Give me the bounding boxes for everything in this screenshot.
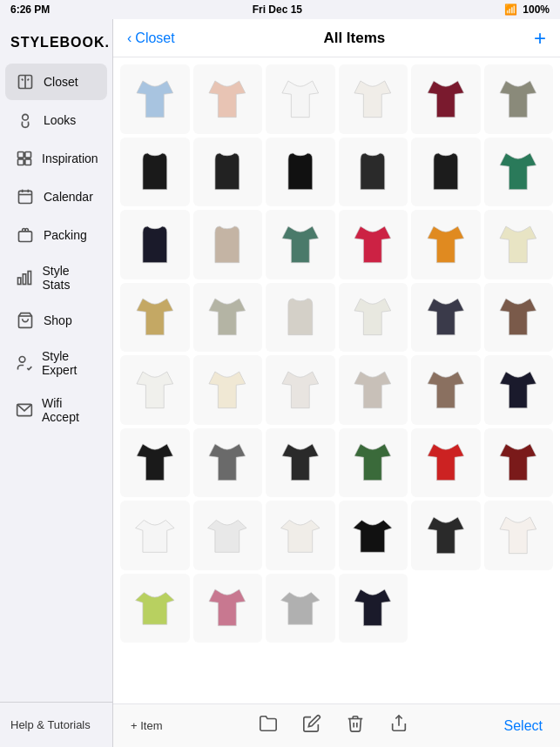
grid-item[interactable] [484, 210, 554, 279]
edit-icon[interactable] [302, 714, 321, 737]
sidebar-item-style-expert-label: Style Expert [42, 349, 97, 377]
sidebar-item-style-stats-label: Style Stats [43, 264, 97, 292]
svg-rect-14 [18, 278, 21, 285]
sidebar-item-inspiration-label: Inspiration [42, 151, 98, 165]
style-stats-icon [16, 268, 34, 287]
add-item-button[interactable]: + Item [131, 719, 163, 732]
sidebar-item-calendar[interactable]: Calendar [5, 178, 107, 215]
grid-item[interactable] [266, 355, 335, 425]
grid-item[interactable] [266, 210, 335, 279]
grid-item[interactable] [120, 64, 190, 134]
svg-rect-7 [18, 159, 24, 165]
grid-item[interactable] [339, 138, 408, 207]
sidebar-item-shop-label: Shop [44, 313, 72, 327]
grid-item[interactable] [266, 574, 335, 643]
sidebar-item-calendar-label: Calendar [44, 190, 93, 204]
grid-item[interactable] [411, 138, 481, 207]
grid-item[interactable] [193, 428, 263, 498]
svg-rect-9 [19, 191, 32, 203]
grid-item[interactable] [266, 501, 335, 570]
svg-point-4 [23, 114, 29, 120]
packing-icon [16, 225, 35, 245]
grid-item[interactable] [193, 574, 263, 643]
grid-item[interactable] [120, 283, 190, 353]
trash-icon[interactable] [346, 714, 365, 737]
wifi-icon: 📶 [504, 3, 517, 16]
folder-icon[interactable] [259, 714, 278, 737]
grid-item[interactable] [339, 283, 408, 353]
grid-item[interactable] [484, 355, 554, 425]
svg-line-2 [22, 79, 24, 81]
grid-item[interactable] [120, 355, 190, 425]
sidebar-item-style-expert[interactable]: Style Expert [5, 340, 107, 386]
bottom-toolbar: + Item [113, 703, 560, 747]
grid-item[interactable] [193, 210, 263, 279]
status-bar: 6:26 PM Fri Dec 15 📶 100% [0, 0, 560, 19]
grid-item[interactable] [266, 428, 335, 498]
share-icon[interactable] [389, 714, 408, 737]
app-logo: STYLEBOOK. [0, 26, 112, 63]
grid-item[interactable] [120, 574, 190, 643]
sidebar-item-style-stats[interactable]: Style Stats [5, 255, 107, 300]
grid-item[interactable] [193, 283, 263, 353]
grid-item[interactable] [266, 138, 335, 207]
sidebar-item-looks-label: Looks [44, 113, 76, 127]
grid-item[interactable] [339, 355, 408, 425]
grid-item[interactable] [411, 64, 481, 134]
calendar-icon [16, 187, 35, 206]
back-label: Closet [135, 30, 174, 46]
looks-icon [16, 111, 35, 130]
sidebar-item-inspiration[interactable]: Inspiration [5, 140, 107, 177]
grid-item[interactable] [339, 574, 408, 643]
grid-item[interactable] [484, 138, 554, 207]
grid-item[interactable] [193, 355, 263, 425]
grid-item[interactable] [339, 501, 408, 570]
battery-indicator: 100% [523, 3, 550, 16]
grid-item[interactable] [193, 64, 263, 134]
grid-item[interactable] [120, 210, 190, 279]
grid-item[interactable] [339, 428, 408, 498]
grid-item[interactable] [411, 210, 481, 279]
sidebar-item-closet[interactable]: Closet [5, 64, 107, 100]
add-button[interactable]: + [534, 26, 546, 50]
grid-item[interactable] [193, 138, 263, 207]
grid-item[interactable] [411, 501, 481, 570]
grid-item[interactable] [411, 283, 481, 353]
sidebar-item-wifi-accept-label: Wifi Accept [42, 396, 97, 424]
status-date: Fri Dec 15 [253, 3, 302, 16]
sidebar-item-wifi-accept[interactable]: Wifi Accept [5, 387, 107, 433]
grid-item[interactable] [484, 283, 554, 353]
grid-item[interactable] [484, 428, 554, 498]
grid-item[interactable] [411, 355, 481, 425]
grid-item[interactable] [266, 283, 335, 353]
main-content: ‹ Closet All Items + [113, 19, 560, 747]
wifi-accept-icon [16, 400, 33, 420]
svg-rect-16 [28, 272, 30, 285]
sidebar-footer: Help & Tutorials [0, 702, 112, 747]
status-time: 6:26 PM [10, 3, 50, 16]
grid-item[interactable] [120, 138, 190, 207]
status-indicators: 📶 100% [504, 3, 550, 16]
sidebar-item-shop[interactable]: Shop [5, 302, 107, 339]
sidebar-item-packing[interactable]: Packing [5, 217, 107, 253]
add-item-area: + Item [131, 719, 163, 732]
grid-item[interactable] [120, 501, 190, 570]
sidebar-item-looks[interactable]: Looks [5, 102, 107, 138]
grid-item[interactable] [484, 501, 554, 570]
grid-item[interactable] [120, 428, 190, 498]
items-grid [113, 57, 560, 703]
help-tutorials-link[interactable]: Help & Tutorials [10, 713, 102, 737]
select-button[interactable]: Select [504, 718, 543, 734]
svg-point-18 [19, 357, 25, 363]
grid-item[interactable] [193, 501, 263, 570]
grid-item[interactable] [339, 64, 408, 134]
grid-item[interactable] [411, 428, 481, 498]
svg-rect-8 [25, 159, 31, 165]
grid-item[interactable] [484, 64, 554, 134]
grid-item[interactable] [266, 64, 335, 134]
app-container: STYLEBOOK. Closet Looks [0, 19, 560, 747]
back-button[interactable]: ‹ Closet [127, 30, 175, 46]
grid-item[interactable] [339, 210, 408, 279]
closet-icon [16, 72, 35, 91]
svg-rect-15 [24, 274, 26, 285]
